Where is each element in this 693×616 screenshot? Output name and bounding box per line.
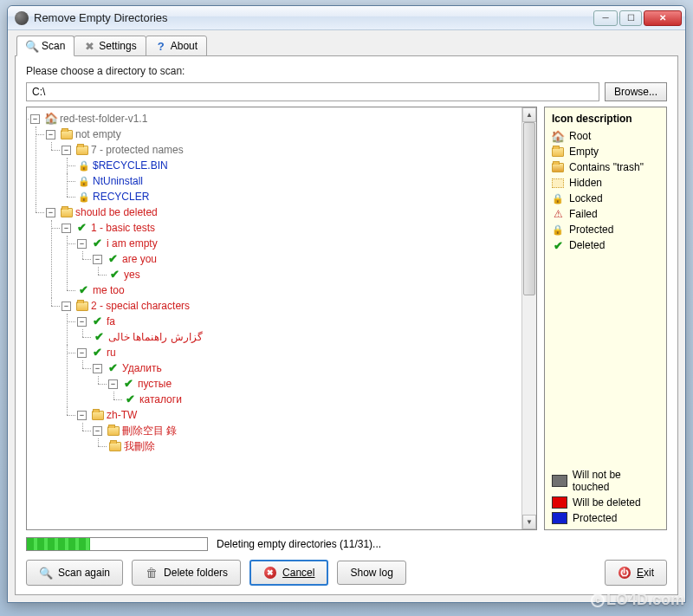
tab-bar: 🔍 Scan ✖ Settings ? About <box>15 36 678 56</box>
power-icon: ⏻ <box>618 566 631 580</box>
check-icon: ✔ <box>552 239 564 251</box>
check-icon: ✔ <box>107 362 120 374</box>
window-title: Remove Empty Directories <box>34 11 593 24</box>
watermark: cLO4D.com <box>591 591 684 609</box>
trash-icon: 🗑 <box>145 566 159 580</box>
expander[interactable]: − <box>62 146 71 155</box>
folder-icon <box>552 146 564 158</box>
folder-icon <box>107 425 120 437</box>
app-icon <box>15 11 29 25</box>
lock-icon: 🔒 <box>77 175 90 187</box>
delete-folders-button[interactable]: 🗑Delete folders <box>132 560 241 586</box>
check-icon: ✔ <box>77 284 90 296</box>
legend-panel: Icon description 🏠Root Empty Contains "t… <box>544 107 667 530</box>
check-icon: ✔ <box>108 269 121 281</box>
scroll-up-button[interactable]: ▲ <box>522 107 536 122</box>
close-button[interactable]: ✕ <box>644 10 682 26</box>
hidden-folder-icon <box>552 177 564 189</box>
expander[interactable]: − <box>93 364 102 373</box>
path-input[interactable] <box>26 82 599 101</box>
folder-icon <box>75 300 88 312</box>
settings-icon: ✖ <box>83 40 95 52</box>
home-icon: 🏠 <box>552 130 564 142</box>
expander[interactable]: − <box>62 224 71 233</box>
progress-text: Deleting empty directories (11/31)... <box>217 538 381 550</box>
folder-icon <box>60 128 73 140</box>
check-icon: ✔ <box>122 378 135 390</box>
check-icon: ✔ <box>107 253 120 265</box>
lock-icon: 🔒 <box>77 191 90 203</box>
check-icon: ✔ <box>91 237 104 250</box>
search-icon: 🔍 <box>39 566 53 580</box>
folder-icon <box>75 144 88 156</box>
expander[interactable]: − <box>77 317 87 327</box>
tree-scrollbar[interactable]: ▲ ▼ <box>521 107 536 529</box>
check-icon: ✔ <box>91 347 104 359</box>
lock-icon: 🔒 <box>77 159 90 172</box>
scroll-down-button[interactable]: ▼ <box>522 515 536 529</box>
tab-scan[interactable]: 🔍 Scan <box>16 36 74 56</box>
check-icon: ✔ <box>93 331 106 343</box>
expander[interactable]: − <box>77 348 87 358</box>
expander[interactable]: − <box>77 411 87 420</box>
lock-icon: 🔒 <box>552 224 564 236</box>
expander[interactable]: − <box>46 208 55 217</box>
folder-icon <box>91 409 104 421</box>
cancel-icon: ✖ <box>263 566 277 580</box>
check-icon: ✔ <box>124 393 137 405</box>
folder-icon <box>60 206 73 218</box>
legend-title: Icon description <box>552 113 659 125</box>
app-window: Remove Empty Directories ─ ☐ ✕ 🔍 Scan ✖ … <box>7 5 686 603</box>
folder-icon <box>108 440 121 452</box>
home-icon: 🏠 <box>44 113 57 125</box>
expander[interactable]: − <box>46 130 55 139</box>
directory-tree[interactable]: −🏠red-test-folder-v1.1 −not empty −7 - p… <box>26 107 537 530</box>
tab-panel-scan: Please choose a directory to scan: Brows… <box>15 55 678 595</box>
expander[interactable]: − <box>93 426 102 436</box>
tab-about[interactable]: ? About <box>146 36 207 56</box>
maximize-button[interactable]: ☐ <box>619 10 642 26</box>
minimize-button[interactable]: ─ <box>593 10 618 26</box>
client-area: 🔍 Scan ✖ Settings ? About Please choose … <box>8 30 685 602</box>
browse-button[interactable]: Browse... <box>605 82 667 101</box>
titlebar[interactable]: Remove Empty Directories ─ ☐ ✕ <box>8 6 685 30</box>
cancel-button[interactable]: ✖Cancel <box>249 560 328 586</box>
color-swatch-blue <box>552 512 567 524</box>
lock-icon: 🔒 <box>552 192 564 204</box>
show-log-button[interactable]: Show log <box>337 561 405 585</box>
exit-button[interactable]: ⏻Exit <box>605 560 667 586</box>
expander[interactable]: − <box>93 255 102 264</box>
expander[interactable]: − <box>30 114 40 124</box>
scroll-thumb[interactable] <box>523 122 535 295</box>
expander[interactable]: − <box>77 239 87 249</box>
help-icon: ? <box>155 40 167 52</box>
warning-icon: ⚠ <box>552 208 564 220</box>
progress-bar <box>26 537 208 551</box>
trash-folder-icon <box>552 161 564 173</box>
expander[interactable]: − <box>108 379 118 389</box>
check-icon: ✔ <box>91 315 104 327</box>
expander[interactable]: − <box>62 302 71 311</box>
scan-again-button[interactable]: 🔍Scan again <box>26 560 123 586</box>
tab-settings[interactable]: ✖ Settings <box>74 36 146 56</box>
check-icon: ✔ <box>75 222 88 234</box>
color-swatch-gray <box>552 475 567 487</box>
prompt-label: Please choose a directory to scan: <box>26 65 667 77</box>
color-swatch-red <box>552 496 567 509</box>
search-icon: 🔍 <box>26 40 38 52</box>
